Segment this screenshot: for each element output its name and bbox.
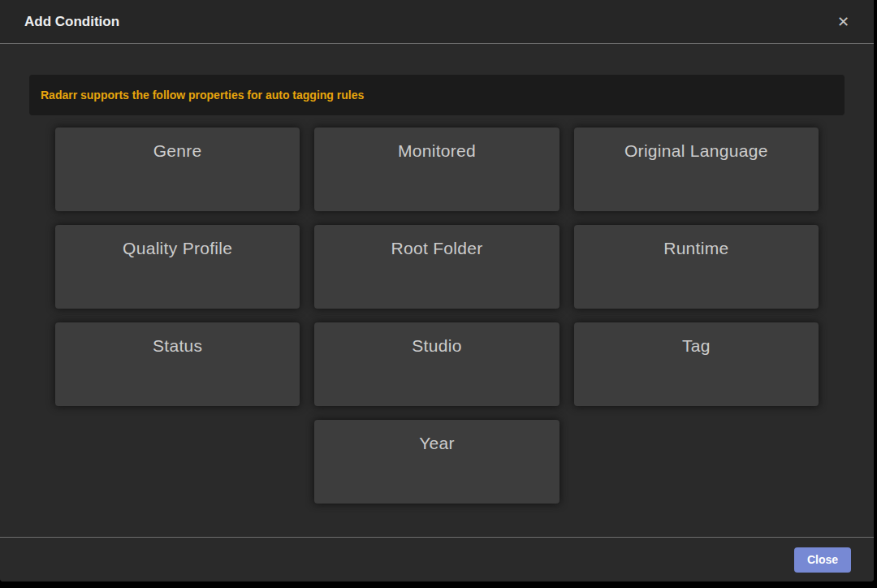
warning-banner: Radarr supports the follow properties fo… <box>29 75 845 115</box>
condition-grid: Genre Monitored Original Language Qualit… <box>55 128 819 504</box>
modal-title: Add Condition <box>24 14 119 30</box>
condition-card-tag[interactable]: Tag <box>574 322 819 406</box>
warning-banner-text: Radarr supports the follow properties fo… <box>41 89 364 102</box>
condition-card-monitored[interactable]: Monitored <box>314 128 559 211</box>
modal-header: Add Condition ✕ <box>0 0 874 44</box>
condition-card-genre[interactable]: Genre <box>55 128 300 211</box>
condition-card-original-language[interactable]: Original Language <box>574 128 819 211</box>
condition-card-runtime[interactable]: Runtime <box>574 225 819 309</box>
add-condition-modal: Add Condition ✕ Radarr supports the foll… <box>0 0 874 582</box>
modal-body: Radarr supports the follow properties fo… <box>0 44 874 537</box>
condition-card-studio[interactable]: Studio <box>314 322 559 406</box>
close-button[interactable]: Close <box>794 547 851 573</box>
condition-card-year[interactable]: Year <box>314 420 559 504</box>
condition-card-quality-profile[interactable]: Quality Profile <box>55 225 300 309</box>
condition-card-status[interactable]: Status <box>55 322 300 406</box>
condition-card-root-folder[interactable]: Root Folder <box>314 225 559 309</box>
modal-footer: Close <box>0 537 874 582</box>
close-icon[interactable]: ✕ <box>834 11 853 32</box>
